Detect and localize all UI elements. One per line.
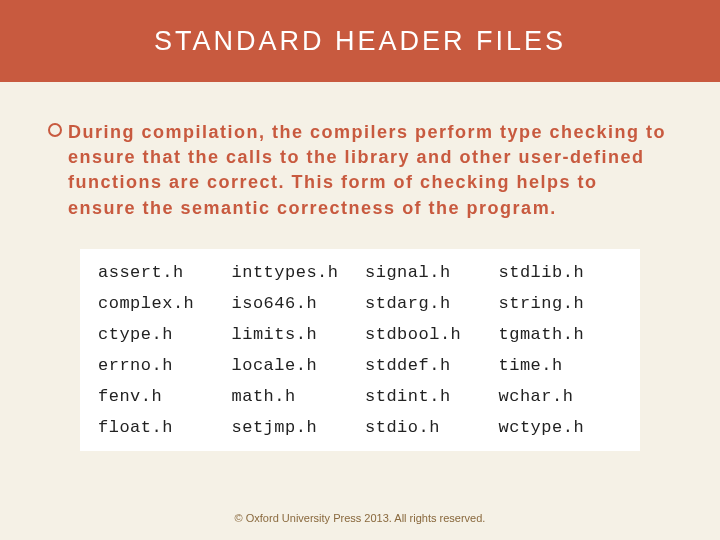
header-file-cell: setjmp.h — [232, 418, 356, 437]
header-file-cell: inttypes.h — [232, 263, 356, 282]
header-file-cell: math.h — [232, 387, 356, 406]
bullet-item: During compilation, the compilers perfor… — [48, 120, 672, 221]
header-file-cell: stdbool.h — [365, 325, 489, 344]
header-file-cell: stdint.h — [365, 387, 489, 406]
header-file-cell: fenv.h — [98, 387, 222, 406]
header-file-cell: errno.h — [98, 356, 222, 375]
header-file-cell: stdio.h — [365, 418, 489, 437]
header-file-cell: ctype.h — [98, 325, 222, 344]
header-file-cell: float.h — [98, 418, 222, 437]
header-file-cell: stdarg.h — [365, 294, 489, 313]
header-files-table: assert.hinttypes.hsignal.hstdlib.hcomple… — [80, 249, 640, 451]
header-file-cell: wchar.h — [499, 387, 623, 406]
circle-bullet-icon — [48, 123, 62, 137]
header-file-cell: stddef.h — [365, 356, 489, 375]
header-file-cell: locale.h — [232, 356, 356, 375]
header-file-cell: limits.h — [232, 325, 356, 344]
title-bar: STANDARD HEADER FILES — [0, 0, 720, 82]
header-file-cell: iso646.h — [232, 294, 356, 313]
page-title: STANDARD HEADER FILES — [154, 26, 566, 57]
bullet-text: During compilation, the compilers perfor… — [68, 120, 672, 221]
header-file-cell: time.h — [499, 356, 623, 375]
header-file-cell: tgmath.h — [499, 325, 623, 344]
header-file-cell: string.h — [499, 294, 623, 313]
header-file-cell: wctype.h — [499, 418, 623, 437]
content-area: During compilation, the compilers perfor… — [0, 82, 720, 451]
header-file-cell: signal.h — [365, 263, 489, 282]
header-file-cell: assert.h — [98, 263, 222, 282]
header-file-cell: complex.h — [98, 294, 222, 313]
header-file-cell: stdlib.h — [499, 263, 623, 282]
copyright-footer: © Oxford University Press 2013. All righ… — [0, 512, 720, 524]
